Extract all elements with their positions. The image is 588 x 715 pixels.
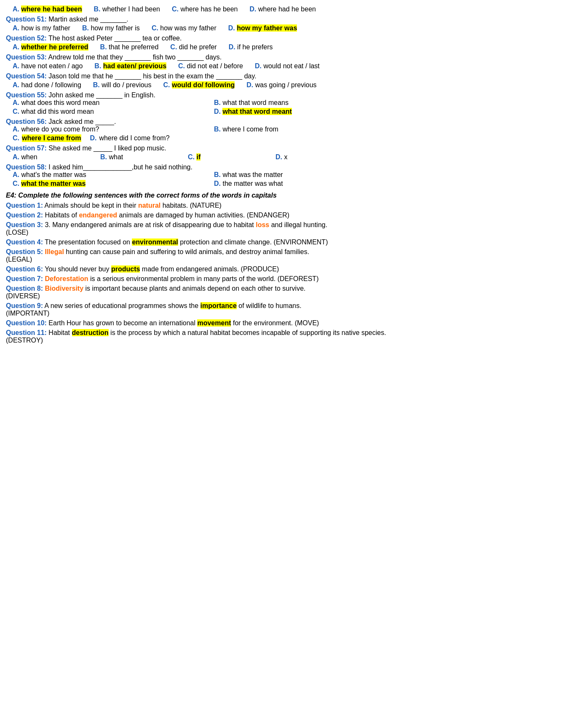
e4-q6: Question 6: You should never buy product… — [6, 265, 415, 273]
e4-q4-body: The presentation focused on — [45, 238, 132, 246]
e4-q9-caption: (IMPORTANT) — [6, 310, 415, 317]
option-53-b: B. had eaten/ previous — [94, 62, 166, 70]
e4-q4-label: Question 4: — [6, 238, 43, 246]
q54-label: Question 54: — [6, 72, 47, 80]
option-58-c: C. what the matter was — [13, 180, 202, 187]
e4-q6-label: Question 6: — [6, 265, 43, 273]
e4-q7-body: is a serious environmental problem in ma… — [88, 275, 319, 282]
e4-q11-answer: destruction — [72, 329, 109, 336]
option-57-a: A. when — [13, 153, 88, 161]
e4-q5-label: Question 5: — [6, 248, 43, 255]
e4-q3-label: Question 3: — [6, 221, 43, 228]
e4-q3: Question 3: 3. Many endangered animals a… — [6, 221, 415, 236]
e4-q9-body: A new series of educational programmes s… — [45, 302, 200, 309]
e4-q5-caption: (LEGAL) — [6, 256, 415, 263]
option-54-a: A. had done / following — [13, 81, 81, 89]
q52-body: The host asked Peter _______ tea or coff… — [48, 35, 182, 42]
e4-q8-answer: Biodiversity — [45, 285, 83, 292]
option-54-c: C. would do/ following — [163, 81, 235, 89]
e4-q8-label: Question 8: — [6, 285, 43, 292]
option-51-c: C. how was my father — [152, 24, 216, 32]
e4-q4-answer: environmental — [132, 238, 178, 246]
e4-q11: Question 11: Habitat destruction is the … — [6, 329, 415, 344]
question-51: Question 51: Martin asked me _______. A.… — [6, 16, 415, 32]
option-50-c: C. where has he been — [172, 5, 238, 13]
e4-q11-label: Question 11: — [6, 329, 47, 336]
e4-q6-body: You should never buy — [45, 265, 111, 273]
question-55: Question 55: John asked me _______ in En… — [6, 91, 415, 115]
e4-q1-answer: natural — [138, 202, 160, 209]
q57-body: She asked me _____ I liked pop music. — [48, 145, 166, 152]
e4-q10-label: Question 10: — [6, 319, 47, 327]
question-57: Question 57: She asked me _____ I liked … — [6, 145, 415, 161]
e4-q10: Question 10: Earth Hour has grown to bec… — [6, 319, 415, 327]
option-50-d: D. where had he been — [249, 5, 315, 13]
option-55-c: C. what did this word mean — [13, 108, 202, 115]
q55-label: Question 55: — [6, 91, 47, 99]
e4-q2-body: Habitats of — [45, 212, 79, 219]
e4-q1-body: Animals should be kept in their — [45, 202, 138, 209]
option-54-d: D. was going / previous — [246, 81, 316, 89]
e4-q5: Question 5: Illegal hunting can cause pa… — [6, 248, 415, 263]
option-55-d: D. what that word meant — [214, 108, 404, 115]
option-52-c: C. did he prefer — [170, 43, 216, 51]
option-56-b: B. where I come from — [214, 126, 404, 133]
e4-q2-answer: endangered — [79, 212, 117, 219]
e4-q2-label: Question 2: — [6, 212, 43, 219]
option-55-a: A. what does this word mean — [13, 99, 202, 107]
e4-q5-body: hunting can cause pain and suffering to … — [64, 248, 309, 255]
e4-q3-answer: loss — [256, 221, 269, 228]
q51-body: Martin asked me _______. — [48, 16, 128, 23]
question-58: Question 58: I asked him_____________,bu… — [6, 163, 415, 187]
e4-q9-answer: importance — [200, 302, 237, 309]
option-55-b: B. what that word means — [214, 99, 404, 107]
e4-q7: Question 7: Deforestation is a serious e… — [6, 275, 415, 283]
q58-body: I asked him_____________,but he said not… — [48, 163, 192, 171]
e4-q7-label: Question 7: — [6, 275, 43, 282]
option-57-b: B. what — [100, 153, 176, 161]
question-53: Question 53: Andrew told me that they __… — [6, 54, 415, 70]
e4-q10-answer: movement — [197, 319, 231, 327]
e4-q7-answer: Deforestation — [45, 275, 88, 282]
e4-section-header: E4: Complete the following sentences wit… — [6, 192, 415, 199]
e4-q1-label: Question 1: — [6, 202, 43, 209]
option-56-c: C. where I came from D. where did I come… — [13, 134, 202, 142]
e4-q1: Question 1: Animals should be kept in th… — [6, 202, 415, 209]
e4-q4: Question 4: The presentation focused on … — [6, 238, 415, 246]
option-53-c: C. did not eat / before — [178, 62, 243, 70]
option-51-a: A. how is my father — [13, 24, 70, 32]
e4-q5-answer: Illegal — [45, 248, 64, 255]
option-51-b: B. how my father is — [82, 24, 140, 32]
question-54: Question 54: Jason told me that he _____… — [6, 72, 415, 89]
e4-q8: Question 8: Biodiversity is important be… — [6, 285, 415, 300]
option-58-d: D. the matter was what — [214, 180, 404, 187]
option-58-a: A. what's the matter was — [13, 171, 202, 179]
option-52-d: D. if he prefers — [229, 43, 273, 51]
q56-body: Jack asked me _____. — [48, 118, 116, 125]
q57-label: Question 57: — [6, 145, 47, 152]
question-52: Question 52: The host asked Peter ______… — [6, 35, 415, 51]
q53-body: Andrew told me that they _______ fish tw… — [48, 54, 222, 61]
q52-label: Question 52: — [6, 35, 47, 42]
option-52-a: A. whether he preferred — [13, 43, 88, 51]
option-51-d: D. how my father was — [228, 24, 297, 32]
q51-label: Question 51: — [6, 16, 47, 23]
e4-q8-caption: (DIVERSE) — [6, 292, 415, 300]
e4-q3-body: 3. Many endangered animals are at risk o… — [45, 221, 256, 228]
e4-q8-body: is important because plants and animals … — [83, 285, 305, 292]
e4-q10-body: Earth Hour has grown to become an intern… — [48, 319, 197, 327]
option-57-c: C. if — [188, 153, 264, 161]
option-53-a: A. have not eaten / ago — [13, 62, 83, 70]
question-row-50-options: A. where he had been B. whether I had be… — [6, 5, 415, 13]
question-56: Question 56: Jack asked me _____. A. whe… — [6, 118, 415, 142]
q53-label: Question 53: — [6, 54, 47, 61]
e4-q9-label: Question 9: — [6, 302, 43, 309]
e4-q11-body: Habitat — [48, 329, 72, 336]
q58-label: Question 58: — [6, 163, 47, 171]
q55-body: John asked me _______ in English. — [48, 91, 155, 99]
e4-q3-caption: (LOSE) — [6, 229, 415, 236]
option-58-b: B. what was the matter — [214, 171, 404, 179]
q54-body: Jason told me that he _______ his best i… — [48, 72, 256, 80]
option-53-d: D. would not eat / last — [255, 62, 320, 70]
option-56-a: A. where do you come from? — [13, 126, 202, 133]
